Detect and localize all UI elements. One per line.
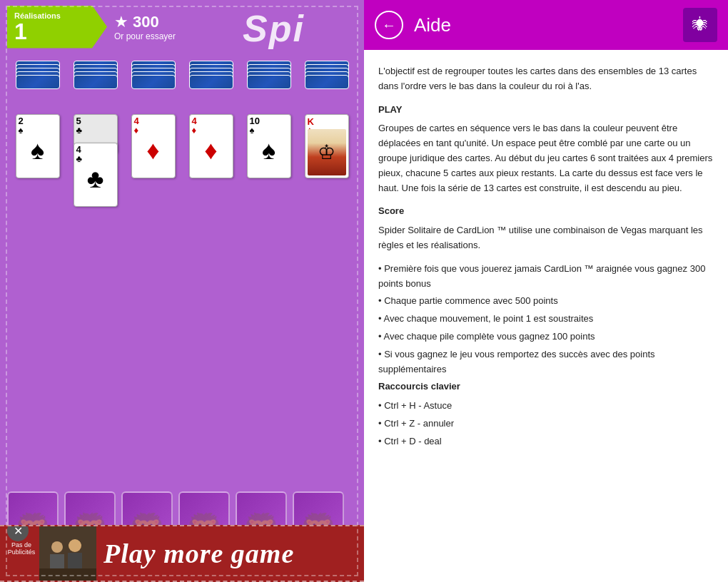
card-4-club[interactable]: 4 ♣ ♣ xyxy=(74,143,118,207)
card-column-2[interactable]: 5 ♣ 4 ♣ ♣ xyxy=(69,61,122,479)
card-king[interactable]: K ♦ ♔ xyxy=(305,114,349,178)
help-score-title: Score xyxy=(378,204,714,219)
game-panel: Réalisations 1 ★ 300 Or pour essayer Spi xyxy=(0,0,364,582)
back-arrow-icon: ← xyxy=(382,17,396,34)
card-column-1[interactable]: 2 ♠ ♠ xyxy=(11,61,64,479)
card-suit: ♣ xyxy=(76,126,115,135)
svg-point-1 xyxy=(51,541,63,553)
help-keyboard-title: Raccourcis clavier xyxy=(378,379,714,394)
bullet-3: • Avec chaque mouvement, le point 1 est … xyxy=(378,312,714,327)
help-header: ← Aide 🕷 xyxy=(364,0,728,50)
game-header: Réalisations 1 ★ 300 Or pour essayer Spi xyxy=(0,0,364,53)
card-column-3[interactable]: 4 ♦ ♦ xyxy=(126,61,180,479)
card-big-suit: ♠ xyxy=(250,135,288,166)
card-big-suit: ♠ xyxy=(19,135,57,166)
kb-bullet-3: • Ctrl + D - deal xyxy=(378,434,714,449)
gold-label: Or pour essayer xyxy=(114,31,176,41)
card-suit: ♣ xyxy=(76,154,115,163)
card-column-4[interactable]: 4 ♦ ♦ xyxy=(184,61,238,479)
card-rank: 2 xyxy=(19,116,57,126)
svg-point-3 xyxy=(69,539,81,552)
kb-bullet-1: • Ctrl + H - Astuce xyxy=(378,399,714,414)
card-column-5[interactable]: 10 ♠ ♠ xyxy=(242,61,295,479)
card-10-spade[interactable]: 10 ♠ ♠ xyxy=(247,114,291,178)
bullet-5: • Si vous gagnez le jeu vous remportez d… xyxy=(378,347,714,377)
svg-rect-5 xyxy=(39,568,96,581)
back-button[interactable]: ← xyxy=(375,11,403,39)
help-play-text: Groupes de cartes en séquence vers le ba… xyxy=(378,121,714,195)
card-suit: ♦ xyxy=(192,126,231,135)
game-title: Spi xyxy=(243,7,305,50)
ad-image xyxy=(39,526,96,581)
card-rank: 4 xyxy=(192,116,231,126)
star-icon: ★ xyxy=(114,13,128,31)
bullet-2: • Chaque partie commence avec 500 points xyxy=(378,294,714,309)
help-intro: L'objectif est de regrouper toutes les c… xyxy=(378,64,714,94)
kb-bullet-2: • Ctrl + Z - annuler xyxy=(378,417,714,432)
achievements-number: 1 xyxy=(14,20,27,43)
ad-banner: ✕ Pas de Publicités Play more game xyxy=(0,525,364,582)
ad-close-button[interactable]: ✕ xyxy=(7,525,29,541)
help-content[interactable]: L'objectif est de regrouper toutes les c… xyxy=(364,50,728,582)
card-4-diamond[interactable]: 4 ♦ ♦ xyxy=(131,114,176,178)
card-2-spade[interactable]: 2 ♠ ♠ xyxy=(16,114,60,178)
ad-text[interactable]: Play more game xyxy=(103,538,294,569)
card-big-suit: ♣ xyxy=(76,163,115,195)
help-bullets: • Première fois que vous jouerez jamais … xyxy=(378,262,714,377)
card-suit: ♠ xyxy=(19,126,57,135)
card-suit: ♦ xyxy=(134,126,173,135)
help-play-title: PLAY xyxy=(378,103,714,118)
card-rank: 4 xyxy=(134,116,173,126)
bullet-1: • Première fois que vous jouerez jamais … xyxy=(378,262,714,292)
help-panel: ← Aide 🕷 L'objectif est de regrouper tou… xyxy=(364,0,728,582)
card-columns: 2 ♠ ♠ 5 ♣ 4 xyxy=(7,57,357,482)
bullet-4: • Avec chaque pile complète vous gagnez … xyxy=(378,330,714,344)
achievements-badge: Réalisations 1 xyxy=(7,6,107,48)
card-big-suit: ♦ xyxy=(192,135,231,166)
card-big-suit: ♦ xyxy=(134,135,173,166)
score-area: ★ 300 Or pour essayer xyxy=(114,13,176,41)
help-keyboard-bullets: • Ctrl + H - Astuce • Ctrl + Z - annuler… xyxy=(378,399,714,449)
help-title: Aide xyxy=(414,14,672,36)
ad-no-ads-label: Pas de Publicités xyxy=(4,541,39,556)
help-score-text: Spider Solitaire de CardLion ™ utilise u… xyxy=(378,223,714,253)
score-value: 300 xyxy=(133,13,159,31)
card-4-diamond-2[interactable]: 4 ♦ ♦ xyxy=(189,114,233,178)
help-spider-icon: 🕷 xyxy=(683,8,717,42)
card-suit: ♠ xyxy=(250,126,288,135)
card-rank: 10 xyxy=(250,116,288,126)
card-area: 2 ♠ ♠ 5 ♣ 4 xyxy=(7,57,357,482)
card-column-6[interactable]: K ♦ ♔ xyxy=(300,61,353,479)
